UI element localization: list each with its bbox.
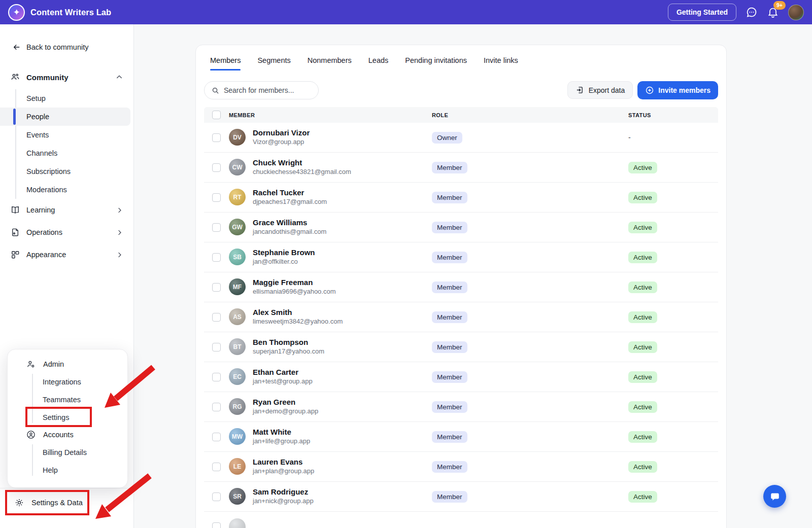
member-avatar: MF	[229, 278, 246, 295]
member-row: GW Grace Williams jancandothis@gmail.com…	[204, 213, 718, 242]
sidebar-item-subscriptions[interactable]: Subscriptions	[0, 162, 130, 181]
members-card: MembersSegmentsNonmembersLeadsPending in…	[195, 45, 727, 528]
member-avatar: GW	[229, 219, 246, 235]
sidebar-group-community[interactable]: Community	[0, 67, 133, 87]
member-row: RG Ryan Green jan+demo@group.app Member …	[204, 392, 718, 422]
popup-rail	[32, 444, 33, 476]
sidebar-item-setup[interactable]: Setup	[0, 89, 130, 108]
tab-leads[interactable]: Leads	[368, 56, 389, 71]
person-circle-icon	[26, 430, 36, 440]
tab-nonmembers[interactable]: Nonmembers	[308, 56, 352, 71]
tab-members[interactable]: Members	[210, 56, 241, 71]
sidebar-section-appearance[interactable]: Appearance	[0, 243, 133, 266]
export-file-icon	[576, 86, 584, 94]
status-badge-active: Active	[628, 252, 657, 263]
popup-item-billing-details[interactable]: Billing Details	[8, 443, 127, 461]
member-row: EC Ethan Carter jan+test@group.app Membe…	[204, 362, 718, 392]
community-people-icon	[10, 72, 20, 82]
member-row: LE Lauren Evans jan+plan@group.app Membe…	[204, 452, 718, 482]
sidebar-item-moderations[interactable]: Moderations	[0, 181, 130, 199]
status-badge-active: Active	[628, 162, 657, 173]
member-email: Vizor@group.app	[253, 138, 310, 147]
annotation-arrow-settings-and-data	[86, 471, 155, 527]
member-row: MF Maggie Freeman ellismania9696@yahoo.c…	[204, 272, 718, 302]
status-badge-active: Active	[628, 222, 657, 233]
member-email: jancandothis@gmail.com	[253, 228, 326, 236]
row-checkbox[interactable]	[212, 433, 221, 441]
notifications-bell-icon[interactable]: 9+	[767, 6, 779, 18]
community-title: Content Writers Lab	[30, 8, 111, 17]
member-avatar: CW	[229, 159, 246, 175]
row-checkbox[interactable]	[212, 133, 221, 142]
invite-members-label: Invite members	[658, 86, 710, 94]
members-tabs: MembersSegmentsNonmembersLeadsPending in…	[204, 45, 718, 71]
member-avatar: RG	[229, 398, 246, 415]
member-avatar: RT	[229, 189, 246, 205]
row-checkbox[interactable]	[212, 492, 221, 501]
role-badge: Member	[432, 401, 467, 413]
member-name: Stephanie Brown	[253, 248, 315, 258]
role-badge: Member	[432, 222, 467, 233]
member-email: jan+life@group.app	[253, 437, 310, 446]
row-checkbox[interactable]	[212, 223, 221, 232]
row-checkbox[interactable]	[212, 253, 221, 262]
sidebar-item-people[interactable]: People	[0, 108, 130, 126]
column-header-status: STATUS	[628, 112, 718, 118]
column-header-role: ROLE	[432, 112, 628, 118]
user-avatar[interactable]	[788, 5, 804, 20]
back-to-community-link[interactable]: Back to community	[0, 24, 133, 52]
sidebar-section-learning[interactable]: Learning	[0, 199, 133, 221]
row-checkbox[interactable]	[212, 373, 221, 381]
export-data-button[interactable]: Export data	[567, 81, 633, 99]
member-row: BT Ben Thompson superjan17@yahoo.com Mem…	[204, 332, 718, 362]
row-checkbox[interactable]	[212, 522, 221, 528]
role-badge: Member	[432, 311, 467, 323]
member-name: Chuck Wright	[253, 158, 351, 168]
tab-invite-links[interactable]: Invite links	[484, 56, 518, 71]
document-gear-icon	[10, 227, 20, 237]
row-checkbox[interactable]	[212, 463, 221, 471]
member-avatar: DV	[229, 129, 246, 146]
member-row: MW Matt White jan+life@group.app Member …	[204, 422, 718, 452]
layout-blocks-icon	[10, 250, 20, 260]
row-checkbox[interactable]	[212, 343, 221, 351]
member-name: Sam Rodriguez	[253, 487, 314, 497]
annotation-box-settings-and-data	[5, 490, 89, 515]
sidebar-item-events[interactable]: Events	[0, 126, 130, 144]
notification-count-badge: 9+	[773, 1, 786, 10]
tab-pending-invitations[interactable]: Pending invitations	[405, 56, 467, 71]
member-email: jan+nick@group.app	[253, 497, 314, 506]
support-chat-button[interactable]	[763, 485, 786, 508]
member-row: SB Stephanie Brown jan@offkilter.co Memb…	[204, 242, 718, 272]
select-all-checkbox[interactable]	[212, 111, 221, 119]
member-search[interactable]	[204, 81, 319, 99]
status-badge-active: Active	[628, 341, 657, 353]
chat-bubble-icon	[769, 491, 781, 502]
plus-circle-icon	[645, 86, 654, 95]
chevron-right-icon	[116, 229, 123, 236]
row-checkbox[interactable]	[212, 163, 221, 172]
back-to-community-label: Back to community	[26, 43, 89, 51]
member-email: jan+demo@group.app	[253, 407, 318, 416]
tab-segments[interactable]: Segments	[257, 56, 290, 71]
invite-members-button[interactable]: Invite members	[637, 81, 718, 99]
member-email: superjan17@yahoo.com	[253, 347, 324, 356]
row-checkbox[interactable]	[212, 403, 221, 411]
row-checkbox[interactable]	[212, 313, 221, 322]
popup-group-accounts[interactable]: Accounts	[8, 426, 127, 443]
member-email: chuckiechesse43821@gmail.com	[253, 168, 351, 177]
chat-messages-icon[interactable]	[746, 6, 758, 18]
member-row: AS Alex Smith limesweetjm3842@yahoo.com …	[204, 302, 718, 332]
getting-started-button[interactable]: Getting Started	[668, 4, 736, 21]
row-checkbox[interactable]	[212, 283, 221, 292]
member-avatar: AS	[229, 308, 246, 325]
search-input[interactable]	[224, 86, 311, 94]
sidebar-community-items: SetupPeopleEventsChannelsSubscriptionsMo…	[0, 89, 133, 199]
row-checkbox[interactable]	[212, 193, 221, 202]
member-name: Ryan Green	[253, 398, 318, 407]
community-logo-icon[interactable]: ✦	[8, 4, 25, 21]
role-badge: Member	[432, 252, 467, 263]
sidebar-section-operations[interactable]: Operations	[0, 221, 133, 243]
sidebar-item-channels[interactable]: Channels	[0, 144, 130, 162]
app-root: ✦ Content Writers Lab Getting Started 9+	[0, 0, 812, 528]
